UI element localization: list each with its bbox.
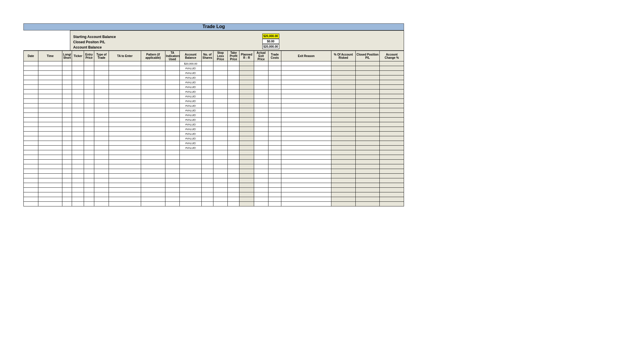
cell[interactable] — [94, 202, 109, 206]
cell[interactable] — [331, 141, 356, 146]
cell[interactable] — [254, 183, 268, 188]
cell[interactable] — [239, 197, 254, 202]
cell[interactable] — [165, 155, 180, 160]
cell[interactable] — [141, 132, 165, 136]
cell[interactable] — [62, 113, 72, 118]
cell[interactable] — [38, 136, 62, 141]
cell[interactable] — [165, 164, 180, 169]
cell[interactable] — [165, 122, 180, 127]
cell[interactable] — [109, 183, 141, 188]
cell[interactable] — [202, 174, 213, 178]
cell[interactable] — [202, 71, 213, 75]
cell[interactable] — [281, 155, 331, 160]
cell[interactable] — [213, 150, 228, 155]
cell[interactable] — [94, 178, 109, 183]
cell[interactable] — [72, 127, 84, 132]
cell[interactable] — [141, 103, 165, 108]
cell[interactable] — [72, 108, 84, 113]
cell[interactable] — [62, 155, 72, 160]
cell[interactable] — [202, 80, 213, 85]
cell[interactable] — [109, 202, 141, 206]
cell[interactable] — [180, 192, 202, 197]
cell[interactable] — [62, 192, 72, 197]
cell[interactable] — [141, 202, 165, 206]
cell[interactable] — [268, 108, 281, 113]
cell[interactable] — [202, 132, 213, 136]
cell[interactable] — [109, 89, 141, 94]
cell[interactable] — [254, 113, 268, 118]
cell[interactable] — [94, 108, 109, 113]
cell[interactable] — [228, 108, 239, 113]
cell[interactable] — [109, 188, 141, 192]
cell[interactable] — [281, 150, 331, 155]
cell[interactable] — [228, 118, 239, 122]
cell[interactable] — [239, 132, 254, 136]
cell[interactable] — [355, 118, 380, 122]
cell[interactable] — [228, 183, 239, 188]
cell[interactable] — [228, 113, 239, 118]
cell[interactable] — [239, 160, 254, 164]
cell[interactable] — [228, 132, 239, 136]
cell[interactable] — [38, 141, 62, 146]
cell[interactable] — [228, 61, 239, 66]
cell[interactable] — [281, 141, 331, 146]
cell[interactable] — [109, 66, 141, 71]
cell[interactable] — [213, 103, 228, 108]
cell[interactable] — [24, 146, 38, 150]
cell[interactable] — [281, 136, 331, 141]
cell[interactable] — [84, 164, 94, 169]
cell[interactable] — [228, 150, 239, 155]
cell[interactable] — [380, 197, 404, 202]
cell[interactable] — [281, 103, 331, 108]
cell[interactable] — [165, 103, 180, 108]
cell[interactable] — [202, 127, 213, 132]
cell[interactable] — [72, 150, 84, 155]
cell[interactable] — [24, 108, 38, 113]
cell[interactable] — [228, 178, 239, 183]
cell[interactable] — [331, 202, 356, 206]
cell[interactable] — [24, 178, 38, 183]
cell[interactable] — [62, 146, 72, 150]
cell[interactable] — [355, 178, 380, 183]
cell[interactable] — [141, 150, 165, 155]
cell[interactable] — [84, 99, 94, 103]
cell[interactable] — [141, 71, 165, 75]
col-header[interactable]: Long/ Short — [62, 51, 72, 61]
cell[interactable] — [213, 160, 228, 164]
cell[interactable] — [72, 197, 84, 202]
cell[interactable] — [331, 99, 356, 103]
cell[interactable] — [24, 150, 38, 155]
cell[interactable] — [380, 141, 404, 146]
cell[interactable] — [165, 146, 180, 150]
cell[interactable] — [239, 155, 254, 160]
cell[interactable] — [165, 188, 180, 192]
cell[interactable] — [355, 202, 380, 206]
cell[interactable] — [254, 178, 268, 183]
cell[interactable] — [355, 66, 380, 71]
col-header[interactable]: Ticker — [72, 51, 84, 61]
cell[interactable] — [62, 75, 72, 80]
cell[interactable] — [355, 192, 380, 197]
cell[interactable] — [380, 94, 404, 99]
cell[interactable] — [24, 75, 38, 80]
cell[interactable] — [331, 103, 356, 108]
cell[interactable] — [331, 118, 356, 122]
cell[interactable] — [268, 202, 281, 206]
cell[interactable] — [380, 71, 404, 75]
cell[interactable] — [213, 132, 228, 136]
cell[interactable] — [331, 197, 356, 202]
cell[interactable] — [213, 85, 228, 89]
cell[interactable] — [228, 169, 239, 174]
cell[interactable] — [165, 169, 180, 174]
cell[interactable] — [72, 178, 84, 183]
cell[interactable] — [254, 108, 268, 113]
cell[interactable] — [94, 155, 109, 160]
cell[interactable] — [268, 99, 281, 103]
cell[interactable] — [213, 113, 228, 118]
cell[interactable] — [84, 146, 94, 150]
cell[interactable] — [24, 103, 38, 108]
cell[interactable] — [239, 150, 254, 155]
cell[interactable] — [239, 202, 254, 206]
cell[interactable]: #VALUE! — [180, 136, 202, 141]
cell[interactable] — [380, 66, 404, 71]
